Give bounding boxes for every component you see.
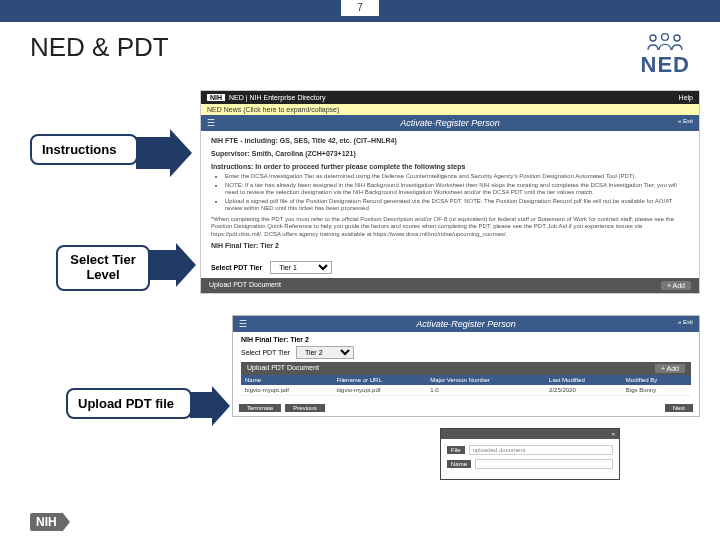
col-modifiedby[interactable]: Modified By <box>622 375 691 385</box>
arrow-icon <box>212 386 230 426</box>
callout-select-tier: Select Tier Level <box>56 245 150 291</box>
list-item: Upload a signed pdf file of the Position… <box>225 198 689 213</box>
ned-screenshot-2: ☰ Activate-Register Person « Exit NIH Fi… <box>232 315 700 417</box>
terminate-button[interactable]: Terminate <box>239 404 281 412</box>
modal-header: × <box>441 429 619 439</box>
tier-select[interactable]: Tier 1 <box>270 261 332 274</box>
instructions-list: Enter the DCSA Investigation Tier as det… <box>225 173 689 213</box>
title-row: NED & PDT NED <box>0 22 720 82</box>
cell-filename: bigvio-myopt.pdf <box>332 385 426 396</box>
name-input[interactable] <box>475 459 613 469</box>
col-filename[interactable]: Filename or URL <box>332 375 426 385</box>
table-row[interactable]: bigvio-myopt.pdf bigvio-myopt.pdf 1.0 2/… <box>241 385 691 396</box>
documents-table: Name Filename or URL Major Version Numbe… <box>241 375 691 396</box>
col-name[interactable]: Name <box>241 375 332 385</box>
footnote: *When completing the PDT you must refer … <box>211 216 689 239</box>
final-tier-label: NIH Final Tier: <box>241 336 288 343</box>
page-title: NED & PDT <box>30 32 169 63</box>
arrow-icon <box>170 129 192 177</box>
supervisor-line: Supervisor: Smith, Carolina (ZCH+073+121… <box>211 150 356 157</box>
name-button[interactable]: Name <box>447 460 471 468</box>
instructions-header: Instructions: In order to proceed furthe… <box>211 163 689 172</box>
col-version[interactable]: Major Version Number <box>426 375 545 385</box>
hamburger-icon[interactable]: ☰ <box>239 319 247 329</box>
add-button[interactable]: + Add <box>661 281 691 290</box>
nih-tag: NIH <box>207 94 225 101</box>
logo-text: NED <box>641 52 690 78</box>
nih-footer-badge: NIH <box>30 512 70 532</box>
ned-header-title: NED | NIH Enterprise Directory <box>229 94 325 101</box>
list-item: Enter the DCSA Investigation Tier as det… <box>225 173 689 181</box>
ned-body: NIH FTE - including: GS, SES, Title 42, … <box>201 131 699 257</box>
arrow-stem <box>148 250 178 280</box>
previous-button[interactable]: Previous <box>285 404 324 412</box>
footer-buttons: Terminate Previous Next <box>233 400 699 416</box>
page-number: 7 <box>341 0 379 16</box>
exit-link[interactable]: « Exit <box>678 319 693 325</box>
arrow-icon <box>176 243 196 287</box>
upload-bar: Upload PDT Document + Add <box>241 362 691 375</box>
ned-banner: ☰ Activate-Register Person « Exit <box>233 316 699 332</box>
arrow-stem <box>190 392 214 418</box>
upload-label: Upload PDT Document <box>247 364 319 373</box>
top-stripe: 7 <box>0 0 720 22</box>
arrow-right-icon <box>62 512 70 532</box>
ned-logo: NED <box>641 32 690 78</box>
body: NIH Final Tier: Tier 2 Select PDT Tier T… <box>233 332 699 400</box>
upload-bar: Upload PDT Document + Add <box>201 278 699 293</box>
close-icon[interactable]: × <box>611 431 615 437</box>
cell-version: 1.0 <box>426 385 545 396</box>
callout-upload-pdt: Upload PDT file <box>66 388 192 419</box>
list-item: NOTE: If a tier has already been assigne… <box>225 182 689 197</box>
svg-point-2 <box>674 35 680 41</box>
callout-instructions: Instructions <box>30 134 138 165</box>
svg-point-0 <box>650 35 656 41</box>
people-icon <box>643 32 687 52</box>
final-tier-label: NIH Final Tier: <box>211 242 258 249</box>
file-input[interactable] <box>469 445 613 455</box>
nih-text: NIH <box>30 513 63 531</box>
tier-select[interactable]: Tier 2 <box>296 346 354 359</box>
col-modified[interactable]: Last Modified <box>545 375 622 385</box>
exit-link[interactable]: « Exit <box>678 118 693 124</box>
tier-select-row: Select PDT Tier Tier 2 <box>241 346 691 359</box>
upload-label: Upload PDT Document <box>209 281 281 290</box>
cell-name: bigvio-myopt.pdf <box>241 385 332 396</box>
banner-title: Activate-Register Person <box>416 319 516 329</box>
banner-title: Activate-Register Person <box>400 118 500 128</box>
cell-modifiedby: Bigs Bunny <box>622 385 691 396</box>
upload-modal: × File Name <box>440 428 620 480</box>
file-button[interactable]: File <box>447 446 465 454</box>
tier-select-label: Select PDT Tier <box>211 264 262 271</box>
final-tier-value: Tier 2 <box>290 336 309 343</box>
ned-screenshot-1: NIH NED | NIH Enterprise Directory Help … <box>200 90 700 294</box>
hamburger-icon[interactable]: ☰ <box>207 118 215 128</box>
add-button[interactable]: + Add <box>655 364 685 373</box>
fte-line: NIH FTE - including: GS, SES, Title 42, … <box>211 137 397 144</box>
arrow-stem <box>136 137 172 169</box>
ned-news-bar[interactable]: NED News (Click here to expand/collapse) <box>201 104 699 115</box>
final-tier-value: Tier 2 <box>260 242 279 249</box>
next-button[interactable]: Next <box>665 404 693 412</box>
tier-select-label: Select PDT Tier <box>241 349 290 356</box>
ned-header-bar: NIH NED | NIH Enterprise Directory Help <box>201 91 699 104</box>
cell-modified: 2/25/2020 <box>545 385 622 396</box>
svg-point-1 <box>662 34 669 41</box>
ned-banner: ☰ Activate-Register Person « Exit <box>201 115 699 131</box>
modal-body: File Name <box>441 439 619 479</box>
help-link[interactable]: Help <box>679 94 693 101</box>
tier-select-row: Select PDT Tier Tier 1 <box>201 257 699 278</box>
